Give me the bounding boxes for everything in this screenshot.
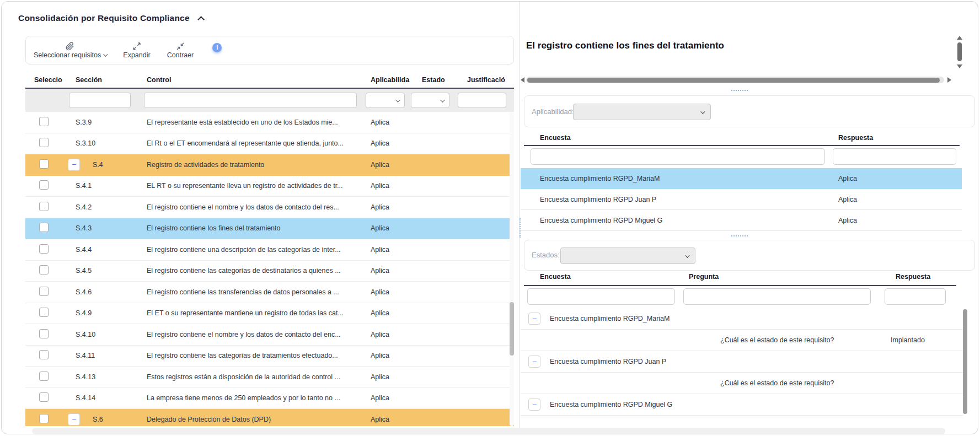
collapse-group-button[interactable]: − xyxy=(528,356,540,368)
table-row[interactable]: − S.4.14 La empresa tiene menos de 250 e… xyxy=(25,388,514,410)
questions-encuesta-filter-input[interactable] xyxy=(527,288,675,305)
aplicabilidad-select[interactable] xyxy=(573,104,711,120)
control-cell: El registro contiene una descripción de … xyxy=(138,246,362,254)
contraer-button[interactable]: Contraer xyxy=(167,42,194,59)
surveys-col-encuesta: Encuesta xyxy=(540,134,571,142)
table-row[interactable]: − S.4.1 EL RT o su representante lleva u… xyxy=(25,176,514,197)
left-vertical-scrollbar-track[interactable] xyxy=(510,112,514,426)
scroll-left-arrow[interactable] xyxy=(521,77,524,83)
table-row[interactable]: − S.3.9 El representante está establecid… xyxy=(25,112,514,133)
encuesta-cell: Encuesta cumplimiento RGPD Miguel G xyxy=(550,401,679,408)
row-checkbox[interactable] xyxy=(39,180,49,190)
question-row[interactable]: − ¿Cuál es el estado de este requisito? xyxy=(521,373,963,394)
row-checkbox[interactable] xyxy=(39,265,49,274)
estados-label: Estados: xyxy=(532,251,560,259)
estados-select[interactable] xyxy=(560,247,695,264)
table-row[interactable]: − S.4.10 El registro contiene el nombre … xyxy=(25,324,514,346)
table-row[interactable]: − S.4.5 El registro contiene las categor… xyxy=(25,261,514,282)
minus-icon: − xyxy=(72,415,76,423)
row-checkbox[interactable] xyxy=(39,329,49,338)
row-checkbox[interactable] xyxy=(39,372,49,381)
row-checkbox[interactable] xyxy=(39,308,49,317)
row-checkbox[interactable] xyxy=(39,350,49,359)
detail-vertical-scrollbar-thumb[interactable] xyxy=(957,42,962,61)
estado-filter-select[interactable] xyxy=(411,93,449,108)
table-row[interactable]: − S.4 Registro de actividades de tratami… xyxy=(25,154,514,176)
surveys-table-body: Encuesta cumplimiento RGPD_MariaM Aplica… xyxy=(521,168,962,231)
encuesta-cell: Encuesta cumplimiento RGPD_MariaM xyxy=(540,175,660,182)
scroll-up-arrow[interactable] xyxy=(957,36,962,40)
aplicabilidad-cell: Aplica xyxy=(362,203,411,211)
justificacion-filter-input[interactable] xyxy=(458,93,506,108)
collapse-group-button[interactable]: − xyxy=(68,413,80,426)
expandir-button[interactable]: Expandir xyxy=(123,42,150,59)
row-checkbox[interactable] xyxy=(39,287,49,296)
pregunta-cell: ¿Cuál es el estado de este requisito? xyxy=(720,336,886,344)
surveys-encuesta-filter-input[interactable] xyxy=(531,148,825,165)
detail-panel: El registro contiene los fines del trata… xyxy=(519,2,978,434)
minus-icon: − xyxy=(532,357,537,366)
seccion-cell: S.4.4 xyxy=(76,246,92,254)
resize-handle[interactable] xyxy=(731,235,748,236)
col-seleccion: Seleccio xyxy=(25,76,67,84)
aplicabilidad-cell: Aplica xyxy=(362,394,411,402)
surveys-respuesta-filter-input[interactable] xyxy=(833,148,956,165)
control-cell: El registro contiene las categorías de t… xyxy=(138,352,362,359)
table-row[interactable]: − S.4.2 El registro contiene el nombre y… xyxy=(25,197,514,218)
resize-handle[interactable] xyxy=(731,90,748,91)
seccion-filter-input[interactable] xyxy=(69,93,131,108)
table-row[interactable]: − S.4.3 El registro contiene los fines d… xyxy=(25,218,514,240)
info-icon[interactable]: i xyxy=(212,43,222,52)
control-filter-input[interactable] xyxy=(144,93,357,108)
row-checkbox[interactable] xyxy=(39,159,49,169)
table-row[interactable]: − S.4.11 El registro contiene las catego… xyxy=(25,346,514,367)
scroll-right-arrow[interactable] xyxy=(947,77,951,83)
row-checkbox[interactable] xyxy=(39,138,49,147)
aplicabilidad-cell: Aplica xyxy=(362,331,411,338)
col-justificacion: Justificació xyxy=(453,76,514,84)
control-cell: El registro contiene los fines del trata… xyxy=(138,224,362,232)
row-checkbox[interactable] xyxy=(39,244,49,254)
survey-row[interactable]: Encuesta cumplimiento RGPD_MariaM Aplica xyxy=(521,168,962,189)
questions-table-body: − Encuesta cumplimiento RGPD_MariaM − ¿C… xyxy=(521,308,963,416)
table-row[interactable]: − S.4.9 El ET o su representante mantien… xyxy=(25,303,514,325)
questions-pregunta-filter-input[interactable] xyxy=(683,288,871,305)
survey-row[interactable]: Encuesta cumplimiento RGPD Juan P Aplica xyxy=(521,189,962,210)
surveys-col-respuesta: Respuesta xyxy=(838,134,873,142)
panel-resize-handle[interactable] xyxy=(520,218,521,238)
chevron-down-icon xyxy=(395,98,400,102)
question-row[interactable]: − Encuesta cumplimiento RGPD_MariaM xyxy=(521,308,963,330)
questions-vertical-scrollbar-thumb[interactable] xyxy=(963,309,967,414)
control-cell: Delegado de Protección de Datos (DPD) xyxy=(138,416,362,423)
survey-row[interactable]: Encuesta cumplimiento RGPD Miguel G Apli… xyxy=(521,210,962,231)
row-checkbox[interactable] xyxy=(39,117,49,126)
collapse-section-icon[interactable] xyxy=(197,16,205,23)
row-checkbox[interactable] xyxy=(39,202,49,211)
collapse-group-button[interactable]: − xyxy=(528,399,540,411)
collapse-group-button[interactable]: − xyxy=(68,159,80,171)
contract-icon xyxy=(176,42,185,51)
table-row[interactable]: − S.6 Delegado de Protección de Datos (D… xyxy=(25,409,514,426)
questions-respuesta-filter-input[interactable] xyxy=(885,288,946,305)
control-cell: Registro de actividades de tratamiento xyxy=(138,161,362,169)
collapse-group-button[interactable]: − xyxy=(528,313,540,325)
row-checkbox[interactable] xyxy=(39,223,49,232)
scroll-down-arrow[interactable] xyxy=(957,64,962,68)
page-horizontal-scrollbar-track[interactable] xyxy=(32,428,945,434)
table-row[interactable]: − S.4.13 Estos registros están a disposi… xyxy=(25,367,514,388)
question-row[interactable]: − Encuesta cumplimiento RGPD Juan P xyxy=(521,351,963,373)
question-row[interactable]: − ¿Cuál es el estado de este requisito? … xyxy=(521,330,963,351)
select-requisitos-button[interactable]: Seleccionar requisitos xyxy=(34,42,106,59)
question-row[interactable]: − Encuesta cumplimiento RGPD Miguel G xyxy=(521,394,963,416)
aplicabilidad-cell: Aplica xyxy=(362,224,411,232)
aplicabilidad-filter-select[interactable] xyxy=(366,93,405,108)
requisitos-table-header: Seleccio Sección Control Aplicabilida Es… xyxy=(25,72,514,89)
row-checkbox[interactable] xyxy=(39,414,49,423)
table-row[interactable]: − S.4.4 El registro contiene una descrip… xyxy=(25,239,514,261)
left-vertical-scrollbar-thumb[interactable] xyxy=(510,302,514,356)
row-checkbox[interactable] xyxy=(39,392,49,402)
contraer-label: Contraer xyxy=(167,51,194,59)
table-row[interactable]: − S.3.10 El Rt o el ET encomendará al re… xyxy=(25,133,514,155)
table-row[interactable]: − S.4.6 El registro contiene las transfe… xyxy=(25,282,514,303)
detail-horizontal-scrollbar-thumb[interactable] xyxy=(527,78,940,83)
